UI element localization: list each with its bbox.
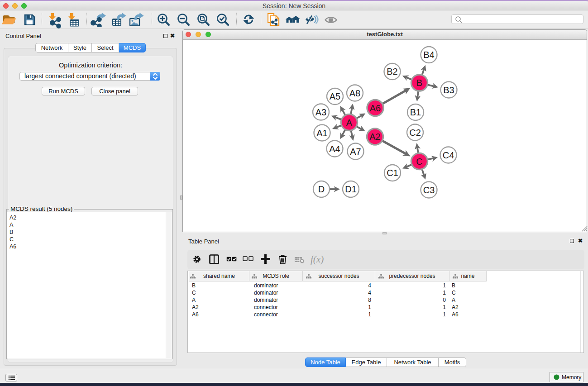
svg-text:C: C [416,157,422,167]
svg-text:A8: A8 [349,88,360,98]
svg-text:D: D [318,184,325,194]
svg-text:C2: C2 [409,128,421,138]
svg-text:B2: B2 [387,67,397,76]
svg-text:A3: A3 [316,107,326,117]
svg-text:A: A [346,118,353,128]
svg-text:A7: A7 [350,147,361,157]
svg-text:B: B [416,78,422,88]
svg-text:A5: A5 [330,91,340,101]
svg-text:C4: C4 [443,150,454,160]
svg-text:B3: B3 [443,85,454,95]
svg-text:C3: C3 [423,185,435,195]
svg-text:A1: A1 [316,128,327,138]
svg-text:A4: A4 [329,144,340,154]
svg-text:A6: A6 [370,103,381,113]
svg-text:B4: B4 [423,50,434,60]
svg-text:D1: D1 [345,184,357,194]
svg-text:C1: C1 [387,168,398,178]
svg-text:B1: B1 [410,107,421,117]
svg-text:A2: A2 [369,132,380,142]
